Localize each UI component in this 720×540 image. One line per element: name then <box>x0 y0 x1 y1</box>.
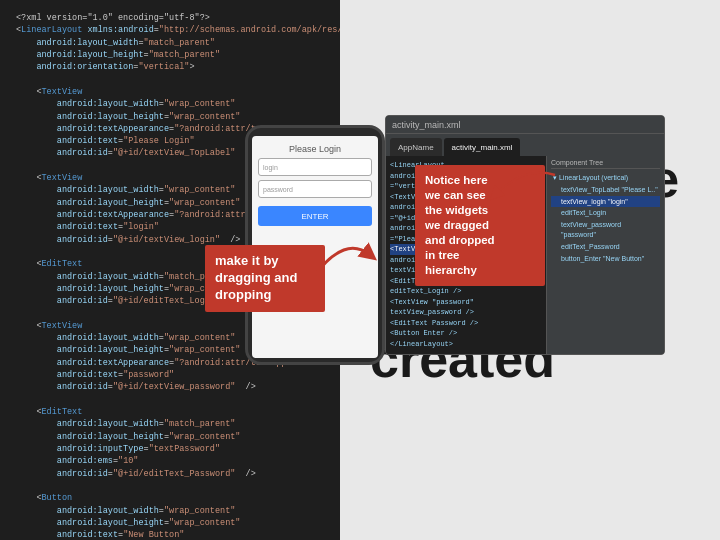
password-placeholder: password <box>263 186 293 193</box>
ide-code-line-14: <TextView "password" <box>390 297 542 308</box>
tree-item-linearlayout: ▾ LinearLayout (vertical) <box>551 172 660 184</box>
ide-component-tree-panel: Component Tree ▾ LinearLayout (vertical)… <box>546 156 664 354</box>
tree-item-edittext-password[interactable]: editText_Password <box>551 241 660 253</box>
tree-item-edittext-login[interactable]: editText_Login <box>551 207 660 219</box>
phone-title-label: Please Login <box>289 144 341 154</box>
ide-window-title: activity_main.xml <box>392 120 461 130</box>
callout-notice: Notice herewe can seethe widgetswe dragg… <box>415 165 545 286</box>
slide-container: <?xml version="1.0" encoding="utf-8"?> <… <box>0 0 720 540</box>
tree-item-login-label[interactable]: textView_login "login" <box>551 196 660 208</box>
login-placeholder: login <box>263 164 278 171</box>
callout-notice-text: Notice herewe can seethe widgetswe dragg… <box>425 174 495 276</box>
tree-item-toplabel[interactable]: textView_TopLabel "Please L.." <box>551 184 660 196</box>
ide-tabs: AppName activity_main.xml <box>386 134 664 156</box>
tree-item-button-enter[interactable]: button_Enter "New Button" <box>551 253 660 265</box>
tree-panel: Component Tree ▾ LinearLayout (vertical)… <box>547 156 664 354</box>
tree-panel-title: Component Tree <box>551 159 660 169</box>
ide-tab-layout[interactable]: activity_main.xml <box>444 138 521 156</box>
ide-titlebar: activity_main.xml <box>386 116 664 134</box>
ide-tab-appname[interactable]: AppName <box>390 138 442 156</box>
tree-item-password-label[interactable]: textView_password "password" <box>551 219 660 241</box>
ide-code-line-16: <EditText Password /> <box>390 318 542 329</box>
callout-drag-text: make it bydragging anddropping <box>215 253 297 302</box>
phone-password-input[interactable]: password <box>258 180 372 198</box>
ide-code-line-13: editText_Login /> <box>390 286 542 297</box>
callout-drag: make it bydragging anddropping <box>205 245 325 312</box>
ide-code-line-17: <Button Enter /> <box>390 328 542 339</box>
ide-code-line-18: </LinearLayout> <box>390 339 542 350</box>
phone-enter-button[interactable]: ENTER <box>258 206 372 226</box>
phone-login-input[interactable]: login <box>258 158 372 176</box>
ide-code-line-15: textView_password /> <box>390 307 542 318</box>
center-overlay: Please Login login password ENTER make i… <box>195 115 685 435</box>
